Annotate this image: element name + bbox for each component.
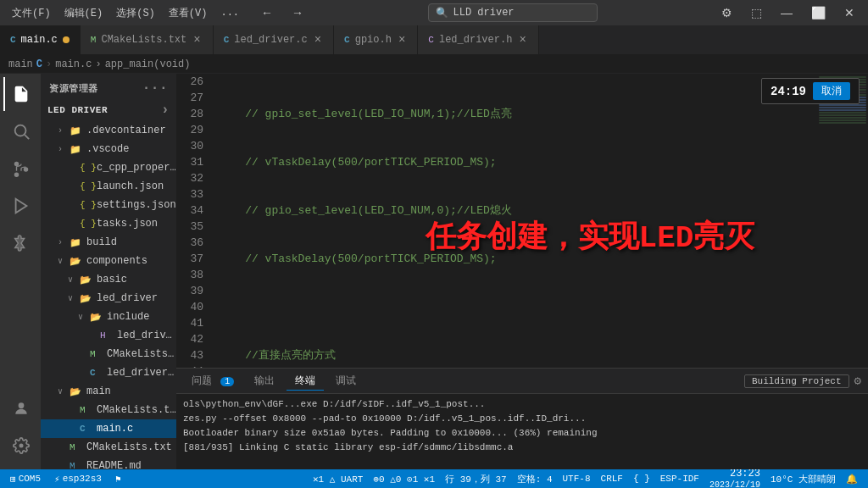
editor[interactable]: 26 27 28 29 30 31 32 33 34 35 36 37 38 3… — [176, 74, 868, 469]
layout-button[interactable]: ⬚ — [744, 4, 769, 21]
tab-main-c[interactable]: C main.c — [0, 25, 81, 54]
panel-settings-icon[interactable]: ⚙ — [854, 374, 861, 388]
folder-icon: 📁 — [70, 125, 83, 136]
code-line-31: //直接点亮的方式 — [219, 347, 817, 363]
tab-close-cmake[interactable]: × — [192, 33, 202, 47]
menu-select[interactable]: 选择(S) — [111, 4, 160, 22]
status-espidf[interactable]: ESP-IDF — [657, 474, 703, 484]
sidebar-item-led-c[interactable]: C led_driver.c — [41, 363, 176, 382]
sidebar-more-button[interactable]: ··· — [142, 80, 168, 96]
status-esp32[interactable]: ⚡ esp32s3 — [51, 474, 105, 485]
tree-label-basic: basic — [97, 274, 127, 286]
activity-debug-icon[interactable] — [3, 189, 37, 223]
tree-label-tasks: tasks.json — [97, 218, 158, 230]
sidebar-collapse-icon[interactable]: › — [161, 103, 170, 118]
cancel-button[interactable]: 取消 — [813, 82, 850, 100]
clock-label: 23:23 — [730, 469, 760, 479]
status-spaces[interactable]: 空格: 4 — [514, 473, 556, 485]
bell-icon: 🔔 — [846, 474, 858, 485]
activity-settings-icon[interactable] — [3, 429, 37, 463]
menu-bar: 文件(F) 编辑(E) 选择(S) 查看(V) ... — [7, 4, 244, 22]
panel-tab-output[interactable]: 输出 — [246, 372, 283, 391]
sidebar-item-vscode[interactable]: › 📁 .vscode — [41, 140, 176, 158]
sidebar-item-components[interactable]: ∨ 📂 components — [41, 252, 176, 270]
activity-files-icon[interactable] — [3, 77, 37, 111]
breadcrumb-file[interactable]: main.c — [55, 58, 92, 70]
nav-back-button[interactable]: ← — [254, 4, 280, 21]
status-eol[interactable]: CRLF — [598, 474, 626, 484]
search-box[interactable]: 🔍 LLD driver — [428, 3, 598, 22]
sidebar-item-cpp-props[interactable]: { } c_cpp_properties.json — [41, 158, 176, 177]
tree-label-led-driver: led_driver — [97, 292, 158, 304]
panel-tab-terminal[interactable]: 终端 — [287, 372, 324, 391]
status-com5[interactable]: ⊞ COM5 — [7, 474, 44, 485]
status-cursor-pos[interactable]: 行 39，列 37 — [442, 473, 510, 485]
tab-icon-led-h: C — [428, 35, 434, 45]
sidebar-title: 资源管理器 — [49, 82, 98, 95]
esp32-label: esp32s3 — [63, 474, 102, 484]
maximize-button[interactable]: ⬜ — [804, 4, 832, 21]
settings-button[interactable]: ⚙ — [715, 4, 739, 21]
sidebar-item-settings[interactable]: { } settings.json — [41, 196, 176, 214]
sidebar: 资源管理器 ··· LED DRIVER › › 📁 .devcontainer… — [41, 74, 176, 469]
tab-gpio-h[interactable]: C gpio.h × — [334, 25, 418, 54]
folder-icon-build: 📁 — [70, 237, 83, 248]
comment-29: // vTaskDelay(500/portTICK_PERIOD_MS); — [219, 251, 497, 267]
status-encoding[interactable]: UTF-8 — [559, 474, 594, 484]
sidebar-item-main[interactable]: ∨ 📂 main — [41, 382, 176, 401]
tree-label-settings: settings.json — [97, 199, 176, 211]
status-lang[interactable]: { } — [630, 474, 654, 484]
sidebar-item-include[interactable]: ∨ 📂 include — [41, 308, 176, 326]
weather-label: 10°C 大部晴朗 — [771, 473, 836, 485]
sidebar-item-main-c[interactable]: C main.c — [41, 419, 176, 438]
json-icon-launch: { } — [80, 181, 93, 191]
activity-search-icon[interactable] — [3, 114, 37, 148]
sidebar-item-devcontainer[interactable]: › 📁 .devcontainer — [41, 121, 176, 140]
eol-label: CRLF — [601, 474, 623, 484]
panel-tab-debug[interactable]: 调试 — [327, 372, 364, 391]
tab-close-led-c[interactable]: × — [313, 33, 323, 47]
menu-edit[interactable]: 编辑(E) — [59, 4, 108, 22]
close-button[interactable]: ✕ — [837, 4, 861, 21]
build-badge[interactable]: Building Project — [744, 374, 849, 388]
activity-account-icon[interactable] — [3, 391, 37, 425]
tab-close-gpio[interactable]: × — [397, 33, 407, 47]
status-flag[interactable]: ⚑ — [112, 474, 125, 485]
status-bell[interactable]: 🔔 — [843, 474, 861, 485]
breadcrumb-func[interactable]: app_main(void) — [105, 58, 191, 70]
sidebar-item-tasks[interactable]: { } tasks.json — [41, 214, 176, 233]
tree-label-cmake-led: CMakeLists.txt — [107, 348, 176, 360]
minimize-button[interactable]: — — [774, 4, 799, 21]
sidebar-item-build[interactable]: › 📁 build — [41, 233, 176, 252]
tree-label-cpp: c_cpp_properties.json — [97, 162, 176, 174]
breadcrumb-main[interactable]: main — [8, 58, 33, 70]
tab-close-led-h[interactable]: × — [517, 33, 527, 47]
sidebar-item-readme[interactable]: M README.md — [41, 457, 176, 469]
tree-label-vscode: .vscode — [86, 143, 129, 155]
sidebar-item-led-h[interactable]: H led_driver.h — [41, 326, 176, 345]
terminal-line-4: [881/935] Linking C static library esp-i… — [183, 441, 861, 455]
panel-tab-problems[interactable]: 问题 1 — [183, 372, 242, 391]
h-icon: H — [100, 330, 114, 341]
activity-git-icon[interactable] — [3, 152, 37, 186]
menu-file[interactable]: 文件(F) — [7, 4, 56, 22]
tab-cmakelists[interactable]: M CMakeLists.txt × — [81, 25, 214, 54]
sidebar-item-basic[interactable]: ∨ 📂 basic — [41, 270, 176, 289]
menu-view[interactable]: 查看(V) — [164, 4, 213, 22]
nav-forward-button[interactable]: → — [285, 4, 310, 21]
status-warnings[interactable]: ⊕0 △0 ⊙1 ✕1 — [370, 474, 438, 485]
status-errors[interactable]: ✕1 △ UART — [309, 474, 366, 485]
menu-more[interactable]: ... — [215, 5, 244, 20]
sidebar-tree: › 📁 .devcontainer › 📁 .vscode { } c_cpp_… — [41, 121, 176, 469]
code-area[interactable]: // gpio_set_level(LED_IO_NUM,1);//LED点亮 … — [210, 74, 817, 368]
sidebar-item-cmake-led[interactable]: M CMakeLists.txt — [41, 345, 176, 363]
activity-extensions-icon[interactable] — [3, 226, 37, 260]
sidebar-item-root-cmake[interactable]: M CMakeLists.txt — [41, 438, 176, 457]
sidebar-item-cmake-main[interactable]: M CMakeLists.txt — [41, 401, 176, 419]
sidebar-item-led-driver[interactable]: ∨ 📂 led_driver — [41, 289, 176, 308]
tab-led-driver-h[interactable]: C led_driver.h × — [418, 25, 538, 54]
lang-label: { } — [633, 474, 650, 484]
tab-led-driver-c[interactable]: C led_driver.c × — [214, 25, 334, 54]
sidebar-item-launch[interactable]: { } launch.json — [41, 177, 176, 196]
c-icon-led: C — [90, 368, 103, 378]
